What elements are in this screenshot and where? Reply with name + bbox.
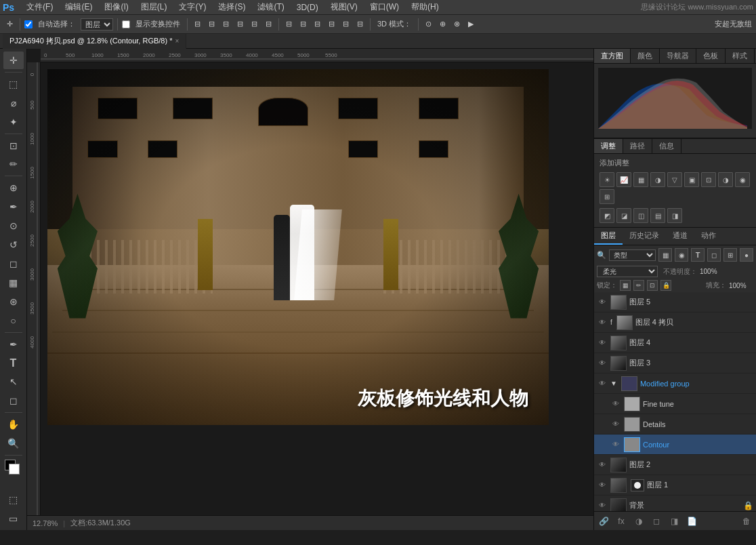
distribute-btn-6[interactable]: ⊟ [354, 18, 366, 30]
add-mask-btn[interactable]: ◑ [632, 514, 646, 528]
layer-item-1[interactable]: 👁 图层 1 [594, 475, 756, 496]
channel-mixer-adjust-icon[interactable]: ⊞ [600, 189, 614, 204]
lock-artboard-btn[interactable]: ⊡ [647, 280, 658, 291]
align-top-btn[interactable]: ⊟ [234, 18, 246, 30]
vibrance-adjust-icon[interactable]: ▽ [667, 172, 682, 187]
auto-select-checkbox[interactable] [24, 20, 33, 28]
magic-wand-tool-btn[interactable]: ✦ [3, 113, 24, 131]
selection-tool-btn[interactable]: ⬚ [3, 75, 24, 93]
extra-btn-3[interactable]: ⊗ [451, 18, 463, 30]
dodge-tool-btn[interactable]: ○ [3, 312, 24, 329]
lock-all-btn[interactable]: 🔒 [660, 280, 671, 291]
eye-btn-details[interactable]: 👁 [610, 419, 621, 430]
new-layer-btn[interactable]: 📄 [685, 514, 698, 528]
tab-styles[interactable]: 样式 [726, 49, 755, 63]
pen-tool-btn[interactable]: ✒ [3, 336, 24, 353]
tab-navigator[interactable]: 导航器 [660, 49, 696, 63]
quick-mask-btn[interactable]: ⬚ [3, 491, 24, 508]
blur-tool-btn[interactable]: ⊛ [3, 293, 24, 310]
link-layers-btn[interactable]: 🔗 [597, 514, 610, 528]
eye-btn-contour[interactable]: 👁 [610, 439, 621, 450]
distribute-btn-3[interactable]: ⊟ [312, 18, 323, 30]
show-transform-checkbox[interactable] [122, 20, 130, 28]
lasso-tool-btn[interactable]: ⌀ [3, 94, 24, 112]
eye-btn-background[interactable]: 👁 [597, 500, 608, 511]
extra-btn-1[interactable]: ⊙ [423, 18, 434, 30]
layers-list[interactable]: 👁 图层 5 👁 f 图层 4 拷贝 👁 图层 4 [594, 292, 756, 511]
menu-window[interactable]: 窗口(W) [364, 0, 404, 14]
menu-layer[interactable]: 图层(L) [135, 0, 173, 14]
brightness-adjust-icon[interactable]: ☀ [600, 172, 614, 187]
eye-btn-2[interactable]: 👁 [597, 460, 608, 470]
group-collapse-icon[interactable]: ▼ [610, 380, 617, 387]
distribute-btn-2[interactable]: ⊟ [297, 18, 309, 30]
bw-adjust-icon[interactable]: ◑ [718, 172, 733, 187]
blend-mode-select[interactable]: 柔光 [597, 266, 658, 277]
extra-btn-4[interactable]: ▶ [465, 18, 476, 30]
layer-item-4copy[interactable]: 👁 f 图层 4 拷贝 [594, 312, 756, 333]
tab-close-btn[interactable]: × [175, 37, 179, 45]
distribute-btn-1[interactable]: ⊟ [283, 18, 295, 30]
layer-item-2[interactable]: 👁 图层 2 [594, 455, 756, 475]
new-adj-layer-btn[interactable]: ◨ [667, 514, 681, 528]
menu-text[interactable]: 文字(Y) [173, 0, 211, 14]
menu-image[interactable]: 图像(I) [99, 0, 133, 14]
extra-btn-2[interactable]: ⊕ [437, 18, 448, 30]
align-left-btn[interactable]: ⊟ [192, 18, 203, 30]
tab-adjustments[interactable]: 调整 [594, 139, 623, 153]
menu-edit[interactable]: 编辑(E) [60, 0, 98, 14]
layer-item-background[interactable]: 👁 背景 🔒 [594, 496, 756, 511]
lock-position-btn[interactable]: ✏ [633, 280, 644, 291]
layer-filter-toggle[interactable]: ● [740, 248, 753, 262]
brush-tool-btn[interactable]: ✒ [3, 198, 24, 216]
hand-tool-btn[interactable]: ✋ [3, 416, 24, 433]
menu-view[interactable]: 视图(V) [325, 0, 363, 14]
filter-text-btn[interactable]: T [691, 248, 705, 262]
type-tool-btn[interactable]: T [3, 355, 24, 372]
eye-btn-4copy[interactable]: 👁 [597, 317, 608, 328]
healing-tool-btn[interactable]: ⊕ [3, 179, 24, 197]
eye-btn-5[interactable]: 👁 [597, 297, 608, 308]
canvas-area[interactable]: 0 500 1000 1500 2000 2500 3000 3500 4000… [27, 49, 593, 530]
tab-history[interactable]: 历史记录 [623, 228, 666, 245]
tab-layers[interactable]: 图层 [594, 228, 623, 245]
tab-swatches[interactable]: 色板 [696, 49, 726, 63]
delete-layer-btn[interactable]: 🗑 [740, 514, 753, 528]
history-brush-btn[interactable]: ↺ [3, 236, 24, 254]
crop-tool-btn[interactable]: ⊡ [3, 137, 24, 155]
eye-btn-modified-group[interactable]: 👁 [597, 378, 608, 389]
eraser-tool-btn[interactable]: ◻ [3, 255, 24, 272]
photo-filter-adjust-icon[interactable]: ◉ [735, 172, 750, 187]
distribute-btn-5[interactable]: ⊟ [340, 18, 352, 30]
zoom-tool-btn[interactable]: 🔍 [3, 435, 24, 452]
color-balance-adjust-icon[interactable]: ⊡ [701, 172, 716, 187]
eye-btn-finetune[interactable]: 👁 [610, 399, 621, 409]
auto-select-dropdown[interactable]: 图层 [81, 18, 113, 31]
tab-actions[interactable]: 动作 [694, 228, 723, 245]
move-tool[interactable]: ✛ [4, 18, 16, 30]
eye-btn-1[interactable]: 👁 [597, 480, 608, 491]
threshold-adjust-icon[interactable]: ◫ [633, 208, 648, 223]
selective-color-adjust-icon[interactable]: ◨ [667, 208, 682, 223]
canvas-viewport[interactable]: 灰板修饰光线和人物 [41, 62, 593, 515]
path-select-btn[interactable]: ↖ [3, 374, 24, 391]
tab-channels[interactable]: 通道 [666, 228, 694, 245]
exposure-adjust-icon[interactable]: ◑ [650, 172, 665, 187]
clone-tool-btn[interactable]: ⊙ [3, 217, 24, 235]
menu-filter[interactable]: 滤镜(T) [252, 0, 289, 14]
filter-shape-btn[interactable]: ◻ [707, 248, 721, 262]
menu-3d[interactable]: 3D(D) [291, 1, 324, 14]
align-right-btn[interactable]: ⊟ [220, 18, 232, 30]
curves-adjust-icon[interactable]: 📈 [616, 172, 631, 187]
align-middle-btn[interactable]: ⊟ [249, 18, 260, 30]
layer-item-details[interactable]: 👁 Details [594, 414, 756, 435]
move-tool-btn[interactable]: ✛ [3, 52, 24, 69]
invert-adjust-icon[interactable]: ◩ [600, 208, 614, 223]
foreground-color-btn[interactable] [3, 458, 24, 476]
menu-select[interactable]: 选择(S) [213, 0, 251, 14]
tab-color[interactable]: 颜色 [631, 49, 660, 63]
layer-item-5[interactable]: 👁 图层 5 [594, 292, 756, 312]
eye-btn-4[interactable]: 👁 [597, 338, 608, 348]
hsl-adjust-icon[interactable]: ▣ [684, 172, 699, 187]
lock-pixels-btn[interactable]: ▦ [620, 280, 631, 291]
